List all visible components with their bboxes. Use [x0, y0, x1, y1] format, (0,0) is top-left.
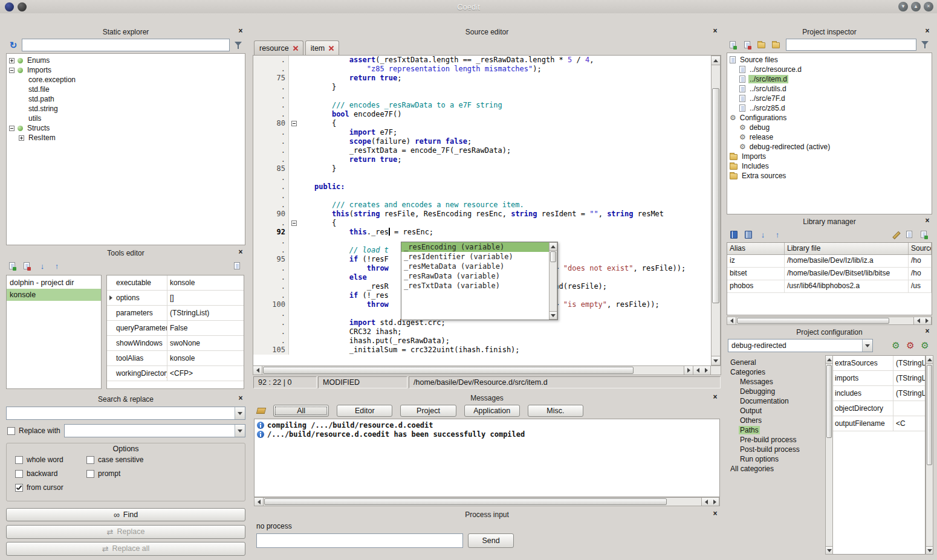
code-line[interactable] [314, 92, 711, 101]
search-option-checkbox[interactable]: backward [15, 469, 86, 478]
scroll-left-icon[interactable] [727, 317, 736, 324]
gutter-line[interactable]: . [253, 291, 301, 300]
expand-icon[interactable] [9, 58, 15, 63]
code-line[interactable]: _resTxtData = encode_7F(_resRawData); [314, 146, 711, 155]
code-line[interactable]: } [314, 83, 711, 92]
gutter-line[interactable]: . [253, 191, 301, 201]
editor-tab[interactable]: item [305, 40, 340, 55]
tree-item[interactable]: std.path [7, 94, 245, 104]
property-value[interactable]: swoNone [167, 339, 244, 347]
property-value[interactable]: konsole [167, 354, 244, 362]
open-folder-icon[interactable] [771, 39, 783, 51]
search-option-checkbox[interactable]: prompt [86, 469, 245, 478]
gutter-line[interactable]: 92 [253, 228, 301, 237]
scrollbar-thumb[interactable] [263, 367, 634, 374]
property-row[interactable]: extraSources (TStringList) [833, 356, 925, 371]
close-panel-icon[interactable]: × [237, 249, 244, 256]
property-row[interactable]: parameters (TStringList) [107, 306, 244, 321]
property-row[interactable]: workingDirectory <CFP> [107, 366, 244, 381]
fold-collapse-icon[interactable] [291, 121, 297, 126]
scroll-down-icon[interactable] [712, 356, 720, 365]
tree-item[interactable]: Imports [7, 65, 245, 75]
message-filter-button[interactable]: Misc. [528, 405, 583, 417]
editor-vertical-scrollbar[interactable] [711, 56, 721, 365]
message-line[interactable]: compiling /.../build/resource.d.coedit [255, 420, 719, 430]
checkbox-box-icon[interactable] [86, 456, 94, 464]
checkbox-box-icon[interactable] [86, 470, 94, 478]
grid-vertical-scrollbar[interactable] [926, 355, 933, 555]
scroll-left-end-icon[interactable] [701, 498, 710, 506]
replace-term-combobox[interactable] [64, 424, 245, 437]
close-panel-icon[interactable]: × [924, 328, 931, 335]
tree-item[interactable]: ../src/resource.d [727, 65, 932, 74]
gutter-line[interactable]: . [253, 173, 301, 182]
gutter-line[interactable]: . [253, 101, 301, 110]
tool-list-item[interactable]: dolphin - project dir [7, 277, 101, 289]
tool-list-item[interactable]: konsole [7, 289, 101, 301]
tree-item[interactable]: core.exception [7, 75, 245, 85]
menu-item[interactable] [35, 18, 46, 21]
property-value[interactable]: <CFP> [167, 369, 244, 378]
tree-item[interactable]: Imports [727, 152, 932, 161]
register-library-icon[interactable] [904, 228, 916, 240]
gutter-line[interactable]: . [253, 246, 301, 255]
gutter-line[interactable]: . [253, 92, 301, 101]
refresh-icon[interactable]: ↻ [7, 39, 19, 51]
scroll-down-icon[interactable] [826, 546, 832, 554]
run-tool-icon[interactable] [232, 260, 244, 272]
replace-button[interactable]: ⇄ Replace [6, 525, 245, 539]
property-row[interactable]: includes (TStringList) [833, 386, 925, 401]
gutter-line[interactable]: 105 [253, 346, 301, 355]
column-header[interactable]: Sources [909, 243, 932, 254]
close-panel-icon[interactable]: × [712, 28, 719, 35]
gutter-line[interactable]: . [253, 264, 301, 273]
gutter-line[interactable]: . [253, 201, 301, 210]
remove-configuration-icon[interactable]: ⚙ [904, 340, 916, 352]
tool-properties-grid[interactable]: executable konsole options [] parameters… [106, 275, 244, 389]
move-up-icon[interactable]: ↑ [51, 260, 63, 272]
add-source-icon[interactable] [728, 39, 740, 51]
code-line[interactable]: { [314, 119, 711, 128]
gutter-line[interactable]: . [253, 155, 301, 164]
scroll-left-icon[interactable] [255, 498, 264, 506]
library-manager-header[interactable]: Library manager × [725, 216, 933, 227]
close-panel-icon[interactable]: × [712, 394, 719, 401]
add-tool-icon[interactable] [7, 260, 19, 272]
search-option-checkbox[interactable]: case sensitive [86, 455, 245, 464]
property-value[interactable]: (TStringList) [167, 309, 244, 317]
property-value[interactable]: <C [893, 419, 925, 428]
scroll-right-icon[interactable] [684, 366, 693, 375]
project-configuration-header[interactable]: Project configuration × [725, 327, 933, 337]
completion-item[interactable]: _resEncoding (variable) [401, 242, 549, 252]
remove-tool-icon[interactable] [22, 260, 34, 272]
message-filter-button[interactable]: Project [400, 405, 456, 417]
column-header[interactable]: Alias [727, 243, 785, 254]
message-filter-button[interactable]: Editor [337, 405, 392, 417]
tree-item[interactable]: utils [7, 114, 245, 123]
scroll-up-icon[interactable] [712, 56, 720, 65]
property-row[interactable]: imports (TStringList) [833, 371, 925, 386]
gutter-line[interactable]: 100 [253, 300, 301, 309]
editor-horizontal-scrollbar[interactable] [253, 365, 721, 375]
fold-collapse-icon[interactable] [291, 220, 297, 226]
tools-list[interactable]: dolphin - project dirkonsole [6, 275, 102, 389]
code-line[interactable]: /// creates and encodes a new resource i… [314, 201, 711, 210]
library-table-header[interactable]: Alias Library file Sources [727, 243, 932, 255]
scrollbar-thumb[interactable] [826, 365, 832, 438]
replace-enable-checkbox[interactable] [7, 427, 15, 435]
code-line[interactable]: return true; [314, 155, 711, 164]
gutter-line[interactable]: . [253, 137, 301, 146]
tab-scroll-right-icon[interactable] [702, 366, 711, 375]
source-editor-header[interactable]: Source editor × [253, 27, 721, 37]
scroll-right-icon[interactable] [710, 498, 719, 506]
scrollbar-thumb[interactable] [927, 365, 932, 465]
close-panel-icon[interactable]: × [924, 28, 931, 35]
tree-item[interactable]: Includes [727, 161, 932, 171]
gutter-line[interactable]: 90 [253, 210, 301, 219]
menu-item[interactable] [2, 18, 13, 21]
gutter-line[interactable]: . [253, 110, 301, 119]
scroll-up-icon[interactable] [926, 356, 933, 364]
inspector-filter-input[interactable] [786, 39, 916, 51]
move-up-icon[interactable]: ↑ [771, 228, 783, 240]
tab-close-icon[interactable] [328, 44, 334, 53]
